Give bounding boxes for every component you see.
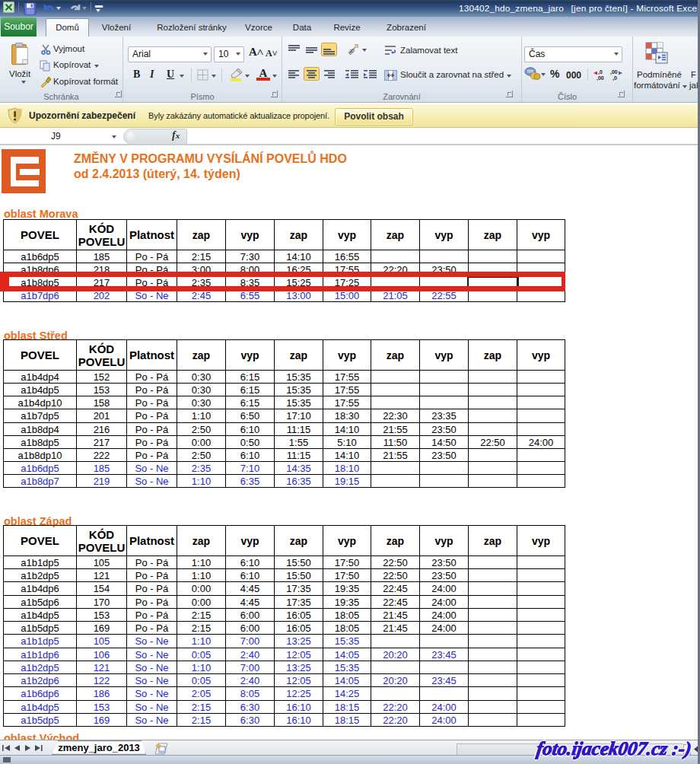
- svg-text:,00: ,00: [610, 69, 618, 75]
- svg-text:,00: ,00: [597, 75, 604, 81]
- svg-text:,0: ,0: [598, 69, 603, 75]
- svg-text:,0: ,0: [612, 75, 617, 81]
